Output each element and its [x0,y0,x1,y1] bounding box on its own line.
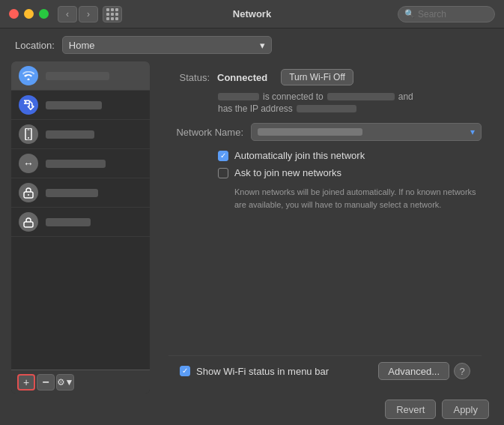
turn-wifi-button[interactable]: Turn Wi-Fi Off [281,69,353,85]
bottom-right-buttons: Advanced... ? [378,362,470,380]
svg-point-1 [28,137,29,139]
minimize-button[interactable] [24,9,34,19]
status-label: Status: [168,72,210,83]
right-panel: Status: Connected Turn Wi-Fi Off is conn… [157,61,493,394]
sidebar-item-iphone[interactable] [11,120,150,149]
network-name-label: Network Name: [168,127,243,138]
iphone-icon [19,124,38,144]
network-name-blurred [258,128,362,136]
sidebar: ⮷ ↔ [11,61,150,394]
body: ⮷ ↔ [0,61,504,394]
svg-rect-5 [24,222,33,227]
sidebar-item-vpn1[interactable] [11,178,150,208]
nav-buttons: ‹ › [58,6,98,22]
blurred-network [327,93,395,100]
maximize-button[interactable] [39,9,49,19]
status-desc-line1: is connected to and [218,91,482,102]
settings-button[interactable]: ⚙▼ [56,374,74,391]
show-wifi-label: Show Wi-Fi status in menu bar [196,366,329,377]
remove-network-button[interactable]: − [37,374,55,391]
apply-button[interactable]: Apply [442,400,489,419]
status-desc-line2: has the IP address [218,103,482,114]
traffic-lights [9,9,49,19]
advanced-button[interactable]: Advanced... [378,362,449,380]
status-value: Connected [217,72,267,83]
ask-join-checkbox[interactable] [218,168,228,178]
sidebar-item-text-vpn2 [46,218,91,226]
revert-button[interactable]: Revert [385,400,436,419]
ask-join-label: Ask to join new networks [234,167,341,178]
status-description: is connected to and has the IP address [168,91,482,114]
ask-join-row: Ask to join new networks [168,167,482,178]
help-button[interactable]: ? [454,363,470,379]
search-icon: 🔍 [404,9,415,19]
sidebar-item-text-iphone [46,130,94,139]
sidebar-item-text-bluetooth [46,101,102,109]
grid-button[interactable] [103,6,122,22]
sidebar-item-text-wifi [46,72,109,80]
auto-join-checkbox[interactable] [218,151,228,161]
sidebar-item-text-vpn1 [46,189,98,197]
blurred-ip [297,105,356,112]
sidebar-item-text-thunderbolt [46,160,106,168]
back-button[interactable]: ‹ [58,6,77,22]
search-input[interactable] [418,9,488,19]
show-wifi-row: Show Wi-Fi status in menu bar [180,366,329,377]
wifi-icon [19,66,38,85]
auto-join-label: Automatically join this network [234,150,365,161]
sidebar-footer: + − ⚙▼ [11,370,150,394]
main-content: Location: Home ▾ [0,28,504,425]
ask-join-description: Known networks will be joined automatica… [168,186,482,211]
network-chevron-icon: ▾ [470,127,475,137]
bottom-bar: Show Wi-Fi status in menu bar Advanced..… [168,355,482,386]
sidebar-item-vpn2[interactable] [11,208,150,237]
status-row: Status: Connected Turn Wi-Fi Off [168,69,482,85]
action-buttons: Revert Apply [0,394,504,425]
close-button[interactable] [9,9,19,19]
grid-icon [106,8,118,20]
add-network-button[interactable]: + [17,374,35,391]
sidebar-item-thunderbolt[interactable]: ↔ [11,149,150,178]
blurred-device [218,93,259,100]
window-title: Network [233,8,271,19]
forward-button[interactable]: › [79,6,98,22]
bluetooth-icon: ⮷ [19,95,38,115]
network-name-row: Network Name: ▾ [168,123,482,141]
vpn1-icon [19,183,38,202]
chevron-down-icon: ▾ [260,40,265,51]
sidebar-list: ⮷ ↔ [11,61,150,370]
location-label: Location: [15,40,55,51]
show-wifi-checkbox[interactable] [180,366,190,376]
location-dropdown[interactable]: Home ▾ [62,36,272,54]
network-name-dropdown[interactable]: ▾ [251,123,482,141]
svg-rect-2 [28,130,30,130]
thunderbolt-icon: ↔ [19,154,38,173]
auto-join-row: Automatically join this network [168,150,482,161]
location-bar: Location: Home ▾ [0,28,504,61]
search-box[interactable]: 🔍 [398,6,495,22]
title-bar: ‹ › Network 🔍 [0,0,504,28]
location-value: Home [69,40,95,51]
vpn2-icon [19,212,38,232]
sidebar-item-bluetooth[interactable]: ⮷ [11,91,150,120]
sidebar-item-wifi[interactable] [11,61,150,91]
